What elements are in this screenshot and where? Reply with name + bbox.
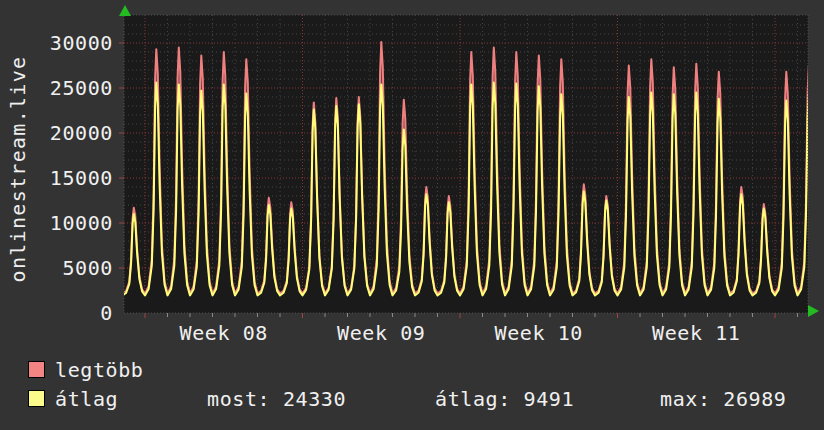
y-axis-label: 10000: [0, 213, 113, 233]
legend-swatch-atlag: [28, 390, 45, 407]
x-week-label: Week 08: [180, 321, 269, 345]
x-week-label: Week 10: [495, 321, 584, 345]
stat-atlag-label: átlag:: [435, 387, 511, 411]
y-axis-label: 5000: [0, 258, 113, 278]
x-week-label: Week 11: [652, 321, 741, 345]
y-axis-label: 30000: [0, 33, 113, 53]
y-axis-label: 25000: [0, 78, 113, 98]
stat-atlag: átlag: 9491: [435, 387, 574, 411]
stat-most-label: most:: [207, 387, 270, 411]
y-axis-label: 0: [0, 303, 113, 323]
y-axis-label: 20000: [0, 123, 113, 143]
legend-label-legtobb: legtöbb: [55, 358, 144, 382]
legend-swatch-legtobb: [28, 361, 45, 378]
x-week-label: Week 09: [337, 321, 426, 345]
stat-max: max: 26989: [660, 387, 786, 411]
up-arrow-icon: [119, 5, 131, 16]
stat-most-value: 24330: [283, 387, 346, 411]
graph-window: onlinestream.live 0500010000150002000025…: [0, 0, 824, 430]
stat-max-value: 26989: [723, 387, 786, 411]
stat-most: most: 24330: [207, 387, 346, 411]
right-arrow-icon: [808, 305, 819, 317]
legend-label-atlag: átlag: [55, 387, 118, 411]
stat-max-label: max:: [660, 387, 711, 411]
y-axis-label: 15000: [0, 168, 113, 188]
stat-atlag-value: 9491: [524, 387, 575, 411]
